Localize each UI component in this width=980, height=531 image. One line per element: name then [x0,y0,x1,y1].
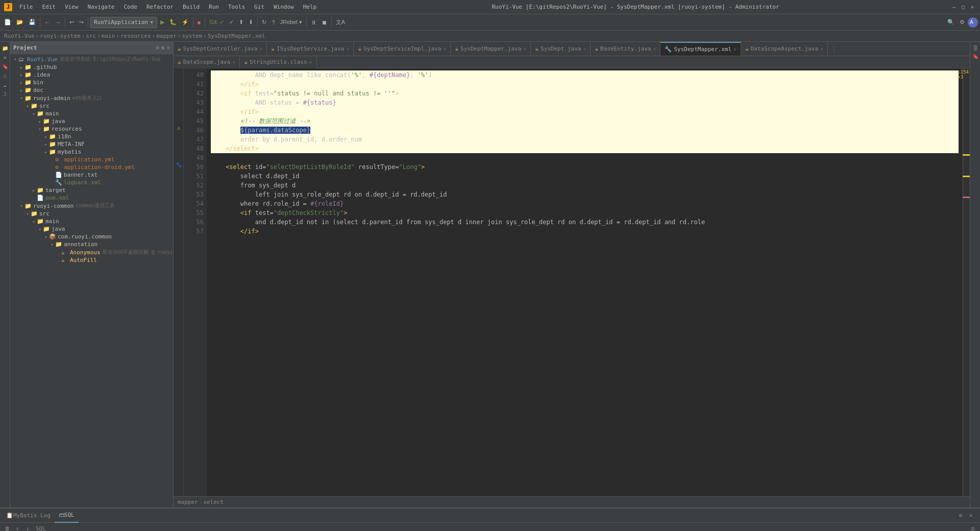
bottom-close-icon[interactable]: ✕ [967,512,975,520]
tab-sysdeptmapper-java[interactable]: ☕ SysDeptMapper.java ✕ [451,42,531,56]
bc-module[interactable]: ruoyi-system [40,33,80,39]
tree-autofill[interactable]: ☕ AutoFill [10,256,173,264]
tree-meta-inf[interactable]: ▸ 📁 META-INF [10,140,173,148]
log-clear-icon[interactable]: 🗑 [3,525,11,532]
toolbar-push[interactable]: ⬆ [237,17,246,28]
toolbar-run-coverage[interactable]: ⚡ [180,17,191,28]
menu-build[interactable]: Build [179,3,204,11]
bc-main[interactable]: main [102,33,115,39]
toolbar-undo[interactable]: ↩ [67,17,76,28]
toolbar-stop2[interactable]: ⏹ [320,17,329,28]
toolbar-run[interactable]: ▶ [158,17,166,28]
tree-doc[interactable]: ▸ 📁 doc [10,86,173,94]
tree-mybatis[interactable]: ▸ 📁 mybatis [10,148,173,156]
tree-banner-txt[interactable]: 📄 banner.txt [10,171,173,179]
toolbar-stop[interactable]: ■ [195,17,203,28]
toolbar-back[interactable]: ← [42,17,52,28]
path-mapper[interactable]: mapper [178,499,198,505]
bottom-settings-icon[interactable]: ⚙ [957,512,965,520]
project-expand-icon[interactable]: ⇅ [161,44,165,51]
log-scroll-top-icon[interactable]: ↑ [13,525,21,532]
tree-root[interactable]: ▾ 🗂 RuoYi-Vue 若依管理系统 E:\gitRepos2\RuoYi-… [10,55,173,63]
toolbar-git-check[interactable]: Git: ✓ [207,17,226,28]
tree-common-src[interactable]: ▾ 📁 src [10,210,173,218]
tab-close-sysdeptserviceimpl[interactable]: ✕ [443,46,446,52]
log-scroll-bottom-icon[interactable]: ↓ [23,525,32,532]
tab-sysdeptmapper-xml[interactable]: 🔧 SysDeptMapper.xml ✕ [660,42,741,56]
run-config-dropdown[interactable]: RuoYiApplication ▾ [90,17,157,28]
menu-help[interactable]: Help [299,3,321,11]
tree-ruoyi-common[interactable]: ▾ 📁 ruoyi-common common通用工具 [10,202,173,210]
tab-datascope[interactable]: ☕ DataScope.java ✕ [174,56,240,68]
menu-edit[interactable]: Edit [38,3,60,11]
menu-navigate[interactable]: Navigate [84,3,119,11]
tab-close-datascope[interactable]: ✕ [232,59,235,65]
tab-close-sysdeptmapper-java[interactable]: ✕ [523,46,526,52]
tree-admin-resources[interactable]: ▾ 📁 resources [10,125,173,133]
menu-tools[interactable]: Tools [224,3,249,11]
toolbar-update[interactable]: ↻ [260,17,268,28]
tabs-overflow-btn[interactable]: ⋮ [828,45,840,53]
menu-git[interactable]: Git [250,3,268,11]
tab-close-datascopeaspect[interactable]: ✕ [820,46,823,52]
minimize-btn[interactable]: — [950,4,958,11]
tree-admin-java[interactable]: ▸ 📁 java [10,117,173,125]
jrebel-icon[interactable]: J [1,90,9,98]
toolbar-forward[interactable]: → [53,17,63,28]
tree-common-java[interactable]: ▾ 📁 java [10,225,173,233]
tree-anonymous[interactable]: ☕ Anonymous 匿名访问不鉴权注解 @ ruoyi [10,248,173,256]
commit-icon[interactable]: ○ [1,71,9,80]
toolbar-settings[interactable]: ⚙ [958,17,967,28]
tree-idea[interactable]: ▸ 📁 .idea [10,71,173,79]
bc-file[interactable]: SysDeptMapper.xml [208,33,265,39]
code-content[interactable]: AND dept_name like concat('%', #{deptNam… [207,68,963,496]
bookmark-icon[interactable]: 🔖 [1,62,9,70]
tab-close-baseentity[interactable]: ✕ [653,46,656,52]
tab-baseentity[interactable]: ☕ BaseEntity.java ✕ [591,42,660,56]
tab-sysdeptcontroller[interactable]: ☕ SysDeptController.java ✕ [174,42,267,56]
tree-annotation[interactable]: ▾ 📁 annotation [10,240,173,248]
tab-close-sysdeptmapper-xml[interactable]: ✕ [733,46,737,52]
tab-sysdept[interactable]: ☕ SysDept.java ✕ [531,42,591,56]
bc-mapper[interactable]: mapper [156,33,177,39]
tab-close-sysdeptcontroller[interactable]: ✕ [259,46,262,52]
bottom-tab-sql[interactable]: 🗃 SQL [55,509,79,523]
tree-ruoyi-admin[interactable]: ▾ 📁 ruoyi-admin web服务入口 [10,94,173,102]
menu-run[interactable]: Run [205,3,223,11]
tree-admin-main[interactable]: ▾ 📁 main [10,110,173,117]
toolbar-commit[interactable]: ✓ [227,17,236,28]
toolbar-save[interactable]: 💾 [27,17,38,28]
bookmarks-right-icon[interactable]: 🔖 [971,52,979,60]
menu-window[interactable]: Window [270,3,298,11]
toolbar-pause[interactable]: ⏸ [309,17,318,28]
tree-logback[interactable]: 🔧 logback.xml [10,179,173,186]
tab-close-stringutils[interactable]: ✕ [309,59,312,65]
bc-resources[interactable]: resources [120,33,151,39]
menu-code[interactable]: Code [119,3,141,11]
toolbar-avatar[interactable]: A [968,17,978,28]
tree-bin[interactable]: ▸ 📁 bin [10,79,173,86]
tab-isysdeptservice[interactable]: ☕ ISysDeptService.java ✕ [267,42,354,56]
tab-stringutils[interactable]: ☕ StringUtils.class ✕ [240,56,316,68]
toolbar-pull[interactable]: ⬇ [247,17,255,28]
toolbar-redo[interactable]: ↪ [77,17,86,28]
toolbar-jrebel[interactable]: JRebel ▾ [278,17,304,28]
tree-admin-src[interactable]: ▾ 📁 src [10,102,173,110]
menu-file[interactable]: File [15,3,37,11]
menu-view[interactable]: View [61,3,83,11]
bc-root[interactable]: RuoYi-Vue [4,33,35,39]
toolbar-open[interactable]: 📂 [14,17,26,28]
tree-app-yml[interactable]: ⚙ application.yml [10,156,173,163]
bc-src[interactable]: src [86,33,96,39]
tab-sysdeptserviceimpl[interactable]: ☕ SysDeptServiceImpl.java ✕ [354,42,451,56]
toolbar-translate[interactable]: 文A [334,17,347,28]
tree-pom[interactable]: 📄 pom.xml [10,194,173,202]
menu-refactor[interactable]: Refactor [142,3,178,11]
database-icon[interactable]: 🗄 [971,44,979,52]
close-btn[interactable]: ✕ [969,4,976,11]
bc-system[interactable]: system [182,33,203,39]
tab-close-isysdeptservice[interactable]: ✕ [346,46,349,52]
toolbar-search[interactable]: 🔍 [945,17,957,28]
toolbar-help[interactable]: ? [270,17,277,28]
structure-icon[interactable]: ≡ [1,53,9,61]
